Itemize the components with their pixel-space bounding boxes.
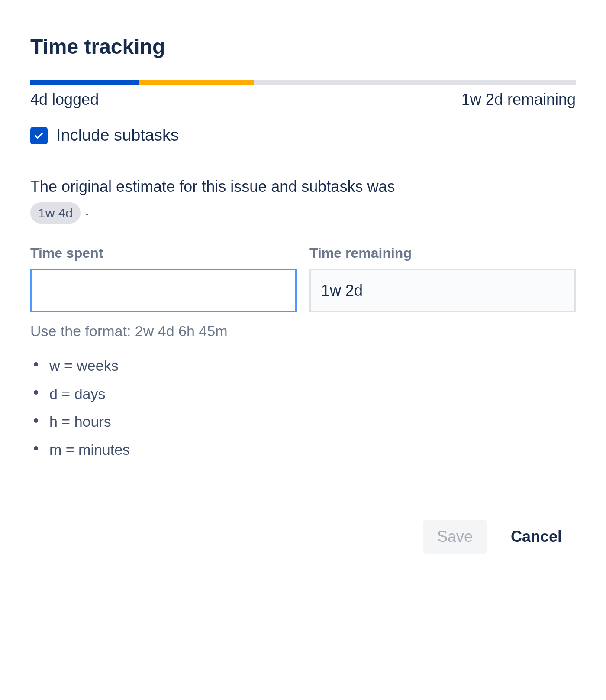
- save-button[interactable]: Save: [423, 520, 487, 554]
- include-subtasks-row: Include subtasks: [30, 126, 576, 145]
- format-legend-item: m = minutes: [49, 436, 576, 464]
- format-legend-item: w = weeks: [49, 352, 576, 380]
- include-subtasks-label: Include subtasks: [56, 126, 179, 145]
- time-spent-label: Time spent: [30, 245, 297, 261]
- dialog-title: Time tracking: [30, 35, 576, 58]
- format-legend-item: d = days: [49, 380, 576, 408]
- format-hint: Use the format: 2w 4d 6h 45m: [30, 323, 576, 340]
- fields-row: Time spent Time remaining: [30, 245, 576, 312]
- format-legend-item: h = hours: [49, 408, 576, 436]
- progress-labels: 4d logged 1w 2d remaining: [30, 91, 576, 109]
- checkmark-icon: [33, 130, 45, 141]
- original-estimate-suffix: .: [85, 201, 89, 219]
- time-remaining-label: Time remaining: [309, 245, 576, 261]
- cancel-button[interactable]: Cancel: [497, 520, 576, 554]
- original-estimate-prefix: The original estimate for this issue and…: [30, 178, 395, 195]
- progress-remaining-label: 1w 2d remaining: [461, 91, 576, 109]
- original-estimate-text: The original estimate for this issue and…: [30, 175, 576, 224]
- progress-logged-label: 4d logged: [30, 91, 99, 109]
- dialog-buttons: Save Cancel: [30, 520, 576, 554]
- time-spent-group: Time spent: [30, 245, 297, 312]
- time-remaining-group: Time remaining: [309, 245, 576, 312]
- time-remaining-input[interactable]: [309, 269, 576, 312]
- format-legend-list: w = weeks d = days h = hours m = minutes: [30, 352, 576, 463]
- progress-logged-segment: [30, 80, 139, 85]
- include-subtasks-checkbox[interactable]: [30, 127, 48, 144]
- progress-estimate-segment: [139, 80, 254, 85]
- time-spent-input[interactable]: [30, 269, 297, 312]
- progress-bar: [30, 80, 576, 85]
- original-estimate-badge: 1w 4d: [30, 202, 81, 224]
